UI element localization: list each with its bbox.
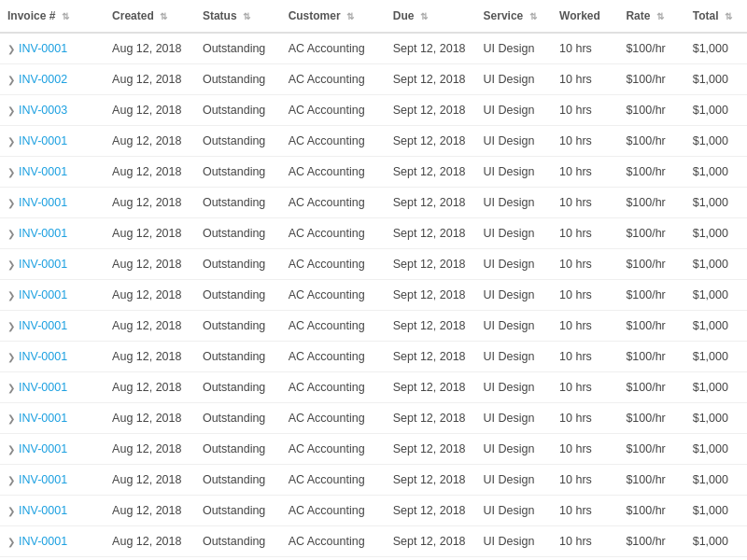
invoice-link[interactable]: INV-0001 <box>19 442 67 455</box>
cell-total: $1,000 <box>685 188 747 218</box>
cell-rate: $100/hr <box>618 465 684 496</box>
cell-worked: 10 hrs <box>552 526 618 557</box>
invoice-link[interactable]: INV-0002 <box>19 73 67 86</box>
table-row: ❯INV-0001Aug 12, 2018OutstandingAC Accou… <box>0 403 747 434</box>
cell-rate: $100/hr <box>618 434 684 465</box>
invoice-link[interactable]: INV-0001 <box>19 165 67 178</box>
col-header-rate[interactable]: Rate ⇅ <box>618 0 684 33</box>
cell-due: Sept 12, 2018 <box>386 465 476 496</box>
cell-customer: AC Accounting <box>281 126 386 157</box>
cell-created: Aug 12, 2018 <box>105 126 195 157</box>
invoice-link[interactable]: INV-0001 <box>19 319 67 332</box>
cell-customer: AC Accounting <box>281 311 386 342</box>
row-chevron[interactable]: ❯ <box>7 167 15 177</box>
col-header-worked[interactable]: Worked <box>552 0 618 33</box>
row-chevron[interactable]: ❯ <box>7 198 15 208</box>
cell-worked: 10 hrs <box>552 218 618 249</box>
invoice-link[interactable]: INV-0001 <box>19 473 67 486</box>
cell-rate: $100/hr <box>618 311 684 342</box>
cell-due: Sept 12, 2018 <box>386 249 476 280</box>
row-chevron[interactable]: ❯ <box>7 475 15 485</box>
col-header-service[interactable]: Service ⇅ <box>476 0 553 33</box>
row-chevron[interactable]: ❯ <box>7 105 15 116</box>
cell-rate: $100/hr <box>618 526 684 557</box>
invoice-link[interactable]: INV-0001 <box>19 227 67 240</box>
row-chevron[interactable]: ❯ <box>7 413 15 424</box>
cell-worked: 10 hrs <box>552 33 618 64</box>
col-header-total[interactable]: Total ⇅ <box>685 0 747 33</box>
cell-status: Outstanding <box>195 33 281 64</box>
cell-invoice: ❯INV-0001 <box>0 126 105 157</box>
table-row: ❯INV-0001Aug 12, 2018OutstandingAC Accou… <box>0 342 747 372</box>
row-chevron[interactable]: ❯ <box>7 75 15 85</box>
cell-due: Sept 12, 2018 <box>386 372 476 403</box>
col-header-customer[interactable]: Customer ⇅ <box>281 0 386 33</box>
cell-worked: 10 hrs <box>552 126 618 157</box>
cell-created: Aug 12, 2018 <box>105 249 195 280</box>
cell-due: Sept 12, 2018 <box>386 342 476 372</box>
cell-rate: $100/hr <box>618 218 684 249</box>
cell-invoice: ❯INV-0002 <box>0 64 105 95</box>
cell-customer: AC Accounting <box>281 403 386 434</box>
invoice-link[interactable]: INV-0001 <box>19 42 67 55</box>
row-chevron[interactable]: ❯ <box>7 537 15 547</box>
cell-rate: $100/hr <box>618 95 684 126</box>
row-chevron[interactable]: ❯ <box>7 321 15 331</box>
cell-worked: 10 hrs <box>552 311 618 342</box>
cell-service: UI Design <box>476 403 553 434</box>
row-chevron[interactable]: ❯ <box>7 229 15 239</box>
row-chevron[interactable]: ❯ <box>7 259 15 270</box>
invoice-link[interactable]: INV-0001 <box>19 258 67 271</box>
invoice-link[interactable]: INV-0001 <box>19 134 67 147</box>
row-chevron[interactable]: ❯ <box>7 506 15 516</box>
cell-service: UI Design <box>476 496 553 526</box>
invoice-link[interactable]: INV-0001 <box>19 196 67 209</box>
cell-invoice: ❯INV-0001 <box>0 188 105 218</box>
cell-status: Outstanding <box>195 434 281 465</box>
cell-customer: AC Accounting <box>281 188 386 218</box>
row-chevron[interactable]: ❯ <box>7 352 15 362</box>
cell-worked: 10 hrs <box>552 188 618 218</box>
invoice-link[interactable]: INV-0001 <box>19 535 67 548</box>
row-chevron[interactable]: ❯ <box>7 444 15 455</box>
cell-total: $1,000 <box>685 403 747 434</box>
invoice-link[interactable]: INV-0001 <box>19 504 67 517</box>
invoice-link[interactable]: INV-0001 <box>19 412 67 425</box>
col-header-created[interactable]: Created ⇅ <box>105 0 195 33</box>
invoice-table: Invoice # ⇅ Created ⇅ Status ⇅ Customer … <box>0 0 747 557</box>
cell-invoice: ❯INV-0001 <box>0 33 105 64</box>
cell-due: Sept 12, 2018 <box>386 403 476 434</box>
row-chevron[interactable]: ❯ <box>7 136 15 147</box>
cell-total: $1,000 <box>685 311 747 342</box>
cell-service: UI Design <box>476 249 553 280</box>
cell-invoice: ❯INV-0001 <box>0 218 105 249</box>
cell-invoice: ❯INV-0001 <box>0 526 105 557</box>
cell-due: Sept 12, 2018 <box>386 157 476 188</box>
cell-created: Aug 12, 2018 <box>105 33 195 64</box>
cell-total: $1,000 <box>685 33 747 64</box>
row-chevron[interactable]: ❯ <box>7 290 15 301</box>
cell-status: Outstanding <box>195 188 281 218</box>
cell-rate: $100/hr <box>618 157 684 188</box>
cell-invoice: ❯INV-0001 <box>0 249 105 280</box>
table-row: ❯INV-0001Aug 12, 2018OutstandingAC Accou… <box>0 434 747 465</box>
row-chevron[interactable]: ❯ <box>7 44 15 54</box>
invoice-link[interactable]: INV-0001 <box>19 350 67 363</box>
cell-due: Sept 12, 2018 <box>386 280 476 311</box>
cell-customer: AC Accounting <box>281 33 386 64</box>
cell-due: Sept 12, 2018 <box>386 526 476 557</box>
row-chevron[interactable]: ❯ <box>7 383 15 393</box>
col-header-invoice[interactable]: Invoice # ⇅ <box>0 0 105 33</box>
table-row: ❯INV-0001Aug 12, 2018OutstandingAC Accou… <box>0 496 747 526</box>
invoice-link[interactable]: INV-0001 <box>19 288 67 301</box>
invoice-link[interactable]: INV-0003 <box>19 104 67 117</box>
cell-due: Sept 12, 2018 <box>386 33 476 64</box>
cell-worked: 10 hrs <box>552 342 618 372</box>
cell-worked: 10 hrs <box>552 434 618 465</box>
col-header-status[interactable]: Status ⇅ <box>195 0 281 33</box>
cell-customer: AC Accounting <box>281 496 386 526</box>
table-row: ❯INV-0001Aug 12, 2018OutstandingAC Accou… <box>0 249 747 280</box>
cell-status: Outstanding <box>195 157 281 188</box>
col-header-due[interactable]: Due ⇅ <box>386 0 476 33</box>
invoice-link[interactable]: INV-0001 <box>19 381 67 394</box>
